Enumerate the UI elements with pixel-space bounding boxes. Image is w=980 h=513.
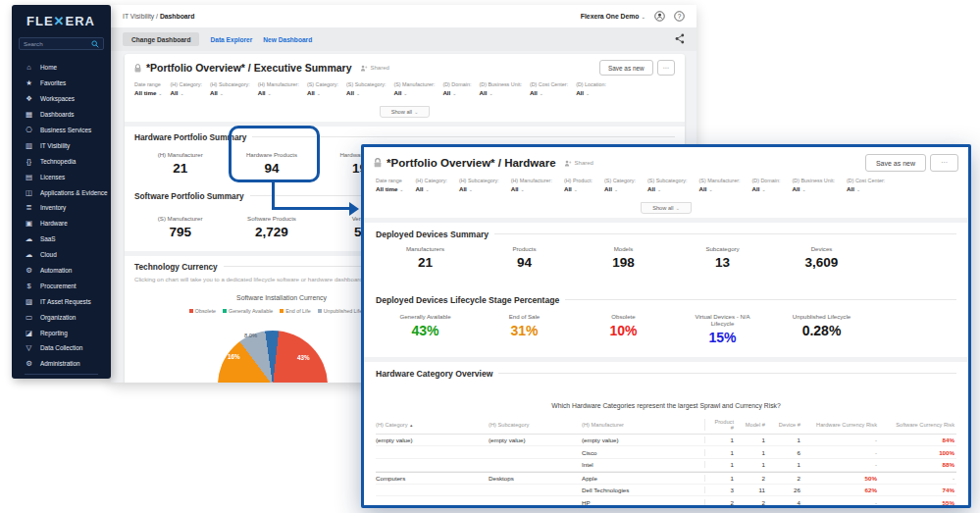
section-title: Deployed Devices Lifecycle Stage Percent… bbox=[376, 295, 559, 305]
filter-dropdown[interactable]: (D) Business Unit: All⌄ bbox=[479, 81, 521, 96]
column-header[interactable]: Model # bbox=[742, 422, 773, 428]
search-input[interactable] bbox=[24, 40, 91, 47]
filter-label: (D) Domain: bbox=[751, 178, 780, 183]
breadcrumb[interactable]: IT Visibility / Dashboard bbox=[123, 13, 194, 20]
column-header[interactable]: (H) Subcategory bbox=[489, 422, 582, 428]
sidebar-item-hardware[interactable]: ▣ Hardware bbox=[12, 216, 111, 231]
sidebar-item-procurement[interactable]: $ Procurement bbox=[12, 278, 111, 293]
filter-dropdown[interactable]: (D) Cost Center: All⌄ bbox=[847, 178, 885, 192]
business-services-icon: ⎔ bbox=[25, 126, 33, 134]
sidebar-item-label: Applications & Evidence bbox=[40, 189, 108, 196]
filter-dropdown[interactable]: (D) Cost Center: All⌄ bbox=[530, 81, 568, 96]
filter-dropdown[interactable]: (S) Manufacturer: All⌄ bbox=[699, 178, 741, 192]
legend-label: Obsolete bbox=[195, 308, 216, 314]
sidebar-item-it-visibility[interactable]: ▥ IT Visibility bbox=[12, 137, 111, 153]
table-row[interactable]: HP 2 2 4 - 55% bbox=[376, 496, 956, 508]
filter-value: All time⌄ bbox=[134, 89, 163, 96]
shared-badge: Shared bbox=[360, 65, 389, 72]
filter-dropdown[interactable]: (D) Domain: All⌄ bbox=[751, 178, 780, 192]
filter-dropdown[interactable]: (D) Domain: All⌄ bbox=[442, 81, 471, 96]
column-header[interactable]: Device # bbox=[773, 422, 808, 428]
show-all-button[interactable]: Show all⌄ bbox=[641, 202, 692, 214]
chevron-down-icon: ⌄ bbox=[425, 186, 429, 192]
filter-dropdown[interactable]: (H) Category: All⌄ bbox=[416, 178, 447, 192]
filter-dropdown[interactable]: (S) Manufacturer: All⌄ bbox=[393, 81, 435, 96]
sidebar-item-technopedia[interactable]: {} Technopedia bbox=[12, 153, 111, 169]
sidebar-item-data-collection[interactable]: ▽ Data Collection bbox=[12, 340, 111, 356]
filter-dropdown[interactable]: (S) Subcategory: All⌄ bbox=[647, 178, 687, 192]
show-all-button[interactable]: Show all⌄ bbox=[380, 106, 431, 118]
help-icon[interactable]: ? bbox=[674, 11, 685, 22]
shared-users-icon bbox=[564, 160, 573, 167]
sidebar-item-dashboards[interactable]: ▦ Dashboards bbox=[12, 107, 111, 123]
divider bbox=[565, 299, 956, 300]
stat-card: Manufacturers 21 bbox=[376, 245, 475, 270]
filter-dropdown[interactable]: (S) Subcategory: All⌄ bbox=[346, 81, 386, 96]
filter-bar: Date range All time⌄ (H) Category: All⌄ … bbox=[134, 81, 675, 96]
sidebar-item-automation[interactable]: ⚙ Automation bbox=[12, 263, 111, 279]
stat-card: Software Products 2,729 bbox=[226, 215, 317, 239]
sidebar-item-label: Home bbox=[40, 64, 57, 71]
filter-dropdown[interactable]: (S) Category: All⌄ bbox=[604, 178, 636, 192]
sidebar-item-inventory[interactable]: ≣ Inventory bbox=[12, 200, 111, 216]
account-menu[interactable]: Flexera One Demo ⌄ bbox=[581, 13, 645, 20]
filter-label: (S) Subcategory: bbox=[346, 81, 386, 87]
sidebar-item-licenses[interactable]: ▤ Licenses bbox=[12, 169, 111, 184]
filter-dropdown[interactable]: (H) Subcategory: All⌄ bbox=[210, 81, 250, 96]
table-row[interactable]: Cisco 1 1 6 - 100% bbox=[376, 446, 956, 459]
sidebar-item-cloud[interactable]: ☁ Cloud bbox=[12, 247, 111, 263]
sidebar-item-organization[interactable]: ▭ Organization bbox=[12, 309, 111, 325]
table-row[interactable]: Computers Desktops Apple 1 2 2 50% - bbox=[376, 472, 956, 485]
save-as-new-button[interactable]: Save as new bbox=[599, 60, 653, 76]
column-header[interactable]: (H) Category ▲ bbox=[376, 422, 489, 428]
filter-dropdown[interactable]: Date range All time⌄ bbox=[134, 81, 163, 96]
filter-dropdown[interactable]: Date range All time⌄ bbox=[376, 178, 404, 192]
more-options-button[interactable]: ⋯ bbox=[657, 60, 675, 76]
save-as-new-button[interactable]: Save as new bbox=[865, 154, 926, 172]
section-separator bbox=[364, 357, 968, 362]
table-row[interactable]: (empty value) (empty value) (empty value… bbox=[376, 435, 956, 447]
column-header[interactable]: (H) Manufacturer bbox=[582, 422, 704, 428]
sidebar-item-administration[interactable]: ⚙ Administration bbox=[12, 356, 111, 372]
sidebar-item-business-services[interactable]: ⎔ Business Services bbox=[12, 123, 111, 138]
filter-dropdown[interactable]: (D) Location: All⌄ bbox=[576, 81, 606, 96]
chevron-down-icon: ⌄ bbox=[489, 90, 492, 96]
sidebar-item-it-asset-requests[interactable]: ▨ IT Asset Requests bbox=[12, 293, 111, 309]
sidebar-item-favorites[interactable]: ★ Favorites bbox=[12, 76, 111, 91]
filter-dropdown[interactable]: (D) Business Unit: All⌄ bbox=[793, 178, 835, 192]
filter-dropdown[interactable]: (H) Product: All⌄ bbox=[564, 178, 593, 192]
share-icon[interactable] bbox=[675, 30, 685, 48]
user-profile-icon[interactable] bbox=[654, 11, 665, 22]
column-header[interactable]: Product # bbox=[704, 419, 742, 431]
legend-label: Generally Available bbox=[229, 308, 273, 314]
filter-dropdown[interactable]: (H) Manufacturer: All⌄ bbox=[511, 178, 552, 192]
filter-bar: Date range All time⌄ (H) Category: All⌄ … bbox=[376, 178, 956, 192]
sidebar-item-reporting[interactable]: ◪ Reporting bbox=[12, 325, 111, 340]
cell-product-count: 1 bbox=[704, 436, 742, 443]
filter-dropdown[interactable]: (H) Subcategory: All⌄ bbox=[459, 178, 499, 192]
sidebar-item-workspaces[interactable]: ❖ Workspaces bbox=[12, 91, 111, 107]
cell-model-count: 1 bbox=[742, 436, 773, 443]
new-dashboard-link[interactable]: New Dashboard bbox=[263, 36, 312, 43]
table-row[interactable]: Intel 1 1 1 - 88% bbox=[376, 459, 956, 472]
filter-dropdown[interactable]: (S) Category: All⌄ bbox=[307, 81, 338, 96]
column-header[interactable]: Software Currency Risk bbox=[879, 422, 956, 428]
table-row[interactable]: Dell Technologies 3 11 26 62% 74% bbox=[376, 485, 956, 497]
sidebar-item-saas[interactable]: ☁ SaaS bbox=[12, 231, 111, 247]
column-header[interactable]: Hardware Currency Risk bbox=[808, 422, 879, 428]
cell-subcategory: (empty value) bbox=[489, 436, 582, 443]
sidebar-item-home[interactable]: ⌂ Home bbox=[12, 60, 111, 76]
data-explorer-link[interactable]: Data Explorer bbox=[210, 36, 252, 43]
filter-dropdown[interactable]: (H) Manufacturer: All⌄ bbox=[258, 81, 299, 96]
sidebar-item-applications-evidence[interactable]: ◫ Applications & Evidence bbox=[12, 184, 111, 200]
cell-software-risk: 74% bbox=[879, 487, 956, 493]
sidebar-item-label: Favorites bbox=[40, 79, 66, 86]
stat-value: 21 bbox=[376, 255, 475, 270]
cell-device-count: 1 bbox=[773, 461, 808, 468]
more-options-button[interactable]: ⋯ bbox=[930, 154, 958, 172]
filter-dropdown[interactable]: (H) Category: All⌄ bbox=[171, 81, 202, 96]
change-dashboard-button[interactable]: Change Dashboard bbox=[123, 32, 199, 46]
stat-label: End of Sale bbox=[490, 313, 560, 320]
stat-value: 43% bbox=[376, 323, 475, 338]
cell-manufacturer: HP bbox=[582, 499, 704, 506]
